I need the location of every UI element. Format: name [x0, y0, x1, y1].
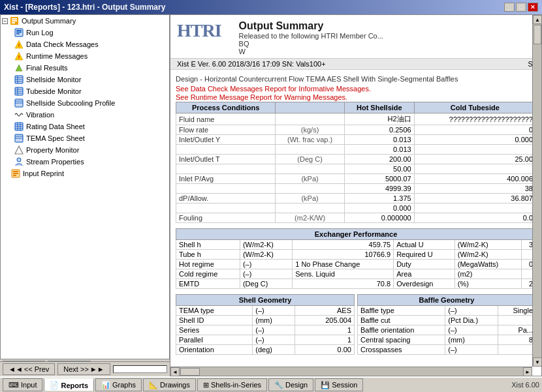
released-line: Released to the following HTRI Member Co…: [239, 32, 383, 40]
output-title-block: Output Summary Released to the following…: [239, 20, 383, 55]
tree-item-run-log[interactable]: Run Log: [1, 27, 169, 38]
table-row: dP/Allow. (kPa) 1.375 36.807: [176, 194, 536, 204]
output-summary-icon: [9, 16, 20, 26]
process-conditions-table: Process Conditions Hot Shellside Cold Tu…: [176, 102, 536, 223]
tab-shells-in-series[interactable]: ⊞ Shells-in-Series: [197, 378, 267, 391]
tab-session[interactable]: 💾 Session: [315, 378, 363, 391]
flow-rate-unit: (kg/s): [276, 125, 345, 135]
next-nav-button[interactable]: Next >> ►►: [57, 363, 110, 375]
minimize-button[interactable]: _: [504, 3, 515, 12]
run-log-icon: [14, 27, 24, 38]
version-line: Xist E Ver. 6.00 2018/3/16 17:09 SN: Val…: [177, 60, 326, 68]
h-scroll-track[interactable]: [180, 367, 523, 376]
table-row: Inlet/Outlet Y (Wt. frac vap.) 0.013 0.0…: [176, 135, 536, 145]
svg-text:!: !: [18, 42, 20, 48]
content-scroll[interactable]: Design - Horizontal Countercurrent Flow …: [170, 70, 541, 375]
tree-item-stream-properties[interactable]: Stream Properties: [1, 156, 169, 168]
scroll-down-button[interactable]: ▼: [533, 357, 542, 367]
table-row: Fouling (m2-K/W) 0.000000 0.0: [176, 213, 536, 223]
crosspasses-unit: (–): [445, 345, 498, 355]
table-row: Baffle cut (Pct Dia.): [358, 316, 536, 325]
property-monitor-icon: [14, 145, 24, 155]
tab-drawings[interactable]: 📐 Drawings: [143, 378, 196, 391]
tree-item-data-check[interactable]: ! Data Check Messages: [1, 38, 169, 50]
avg-p-cold2: 38: [414, 184, 535, 194]
shell-geometry-header: Shell Geometry: [176, 295, 355, 306]
vertical-scrollbar[interactable]: ▲ ▼: [532, 15, 541, 367]
expand-icon: −: [2, 18, 8, 24]
shell-geometry-table: Shell Geometry TEMA type (–) AES Shell I…: [176, 294, 355, 355]
tema-type-val: AES: [295, 306, 354, 316]
table-row: Hot regime (–) 1 No Phase Change Duty (M…: [176, 260, 536, 269]
scroll-right-button[interactable]: ►: [523, 367, 532, 376]
tree-item-tema-spec-sheet[interactable]: TEMA Spec Sheet: [1, 132, 169, 144]
scroll-track[interactable]: [533, 24, 541, 357]
crosspasses-val: [498, 345, 535, 355]
inlet-outlet-y-unit: (Wt. frac vap.): [276, 135, 345, 145]
window-controls[interactable]: _ □ ✕: [504, 3, 538, 12]
maximize-button[interactable]: □: [516, 3, 526, 12]
shellside-monitor-label: Shellside Monitor: [26, 76, 81, 83]
scroll-left-button[interactable]: ◄: [170, 367, 180, 376]
orientation-val: 0.00: [295, 345, 354, 355]
tab-graphs[interactable]: 📊 Graphs: [95, 378, 142, 391]
table-row: Shell h (W/m2-K) 459.75 Actual U (W/m2-K…: [176, 240, 536, 250]
final-results-icon: [14, 63, 24, 73]
tree-item-property-monitor[interactable]: Property Monitor: [1, 144, 169, 156]
fouling-label: Fouling: [176, 213, 276, 223]
run-log-label: Run Log: [26, 29, 54, 37]
table-row: Baffle orientation (–) Pa...: [358, 325, 536, 335]
next-icon: ►►: [90, 365, 104, 373]
tree-item-input-reprint[interactable]: + Input Reprint: [1, 168, 169, 179]
inlet-outlet-y-cold1: 0.000: [414, 135, 535, 145]
tab-design[interactable]: 🔧 Design: [268, 378, 313, 391]
required-u-unit: (W/m2-K): [454, 250, 522, 260]
tree-item-shellside-monitor[interactable]: Shellside Monitor: [1, 74, 169, 85]
drawings-icon: 📐: [149, 381, 158, 389]
fouling-cold: 0.0: [414, 213, 535, 223]
final-results-label: Final Results: [26, 64, 68, 72]
warning1: See Data Check Messages Report for Infor…: [176, 85, 536, 93]
fluid-name-label: Fluid name: [176, 113, 276, 125]
tab-reports[interactable]: 📄 Reports: [44, 378, 94, 391]
tree-item-vibration[interactable]: Vibration: [1, 109, 169, 121]
fluid-name-hot: H2油口: [345, 113, 415, 125]
h-scroll-thumb[interactable]: [180, 368, 200, 376]
table-row: Baffle type (–) Single: [358, 306, 536, 316]
prev-nav-button[interactable]: ◄◄ << Prev: [3, 363, 55, 375]
baffle-type-unit: (–): [445, 306, 498, 316]
tree-item-tubeside-monitor[interactable]: Tubeside Monitor: [1, 85, 169, 97]
tree-item-runtime[interactable]: ! Runtime Messages: [1, 50, 169, 62]
inlet-p-avg-hot: 5000.07: [345, 174, 415, 184]
scroll-thumb[interactable]: [534, 25, 541, 44]
htri-logo: HTRI: [177, 20, 221, 40]
released-bq: BQ: [239, 40, 383, 48]
tab-input[interactable]: ⌨ Input: [3, 378, 42, 391]
tube-h-label: Tube h: [176, 250, 240, 260]
property-monitor-label: Property Monitor: [26, 146, 79, 154]
table-row: Shell ID (mm) 205.004: [176, 316, 355, 325]
central-spacing-val: 8: [498, 335, 535, 345]
tubeside-monitor-label: Tubeside Monitor: [26, 87, 82, 95]
crosspasses-label: Crosspasses: [358, 345, 445, 355]
outlet-t-hot: 50.00: [345, 164, 415, 174]
fouling-hot: 0.000000: [345, 213, 415, 223]
table-row: 0.000: [176, 204, 536, 213]
scroll-up-button[interactable]: ▲: [533, 15, 542, 24]
tree-item-final-results[interactable]: Final Results: [1, 62, 169, 74]
tree-item-rating-data-sheet[interactable]: Rating Data Sheet: [1, 121, 169, 132]
drawings-label: Drawings: [160, 381, 190, 389]
close-button[interactable]: ✕: [528, 3, 538, 12]
shells-icon: ⊞: [203, 381, 209, 389]
tree-item-shellside-subcooling[interactable]: Shellside Subcooling Profile: [1, 97, 169, 109]
tree-root-output-summary[interactable]: − Output Summary: [1, 15, 169, 27]
tree-h-scrollbar[interactable]: [113, 365, 167, 373]
actual-u-label: Actual U: [394, 240, 455, 250]
horizontal-scrollbar[interactable]: ◄ ►: [170, 367, 532, 376]
design-label: Design: [285, 381, 308, 389]
input-icon: ⌨: [8, 381, 19, 389]
table-row: Series (–) 1: [176, 325, 355, 335]
baffle-cut-unit: (Pct Dia.): [445, 316, 498, 325]
taskbar: ⌨ Input 📄 Reports 📊 Graphs 📐 Drawings ⊞ …: [0, 376, 542, 392]
central-spacing-unit: (mm): [445, 335, 498, 345]
